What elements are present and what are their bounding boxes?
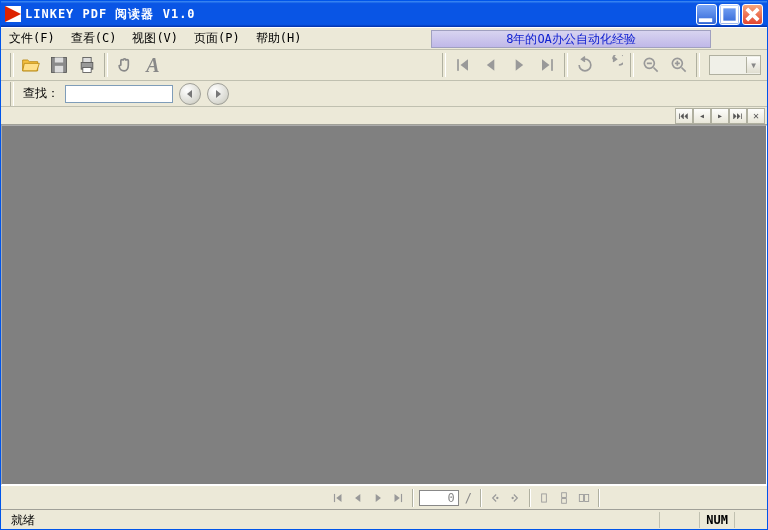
facing-view-button[interactable] <box>574 488 594 508</box>
svg-rect-3 <box>55 58 63 63</box>
nav-forward-button[interactable] <box>505 488 525 508</box>
nav-last-button[interactable] <box>388 488 408 508</box>
find-bar: 查找： <box>1 81 767 107</box>
find-next-button[interactable] <box>207 83 229 105</box>
first-page-button[interactable] <box>449 51 477 79</box>
svg-rect-16 <box>542 493 547 501</box>
tab-strip: ⏮ ◂ ▸ ⏭ ✕ <box>1 107 767 125</box>
nav-prev-button[interactable] <box>348 488 368 508</box>
nav-back-button[interactable] <box>485 488 505 508</box>
hand-tool-button[interactable] <box>111 51 139 79</box>
single-page-view-button[interactable] <box>534 488 554 508</box>
svg-rect-20 <box>585 494 589 501</box>
open-button[interactable] <box>17 51 45 79</box>
tab-prev-button[interactable]: ◂ <box>693 108 711 124</box>
tab-next-button[interactable]: ▸ <box>711 108 729 124</box>
svg-rect-13 <box>401 493 402 501</box>
menu-help[interactable]: 帮助(H) <box>248 27 310 50</box>
svg-rect-18 <box>562 498 567 503</box>
text-select-button[interactable]: A <box>139 51 167 79</box>
minimize-button[interactable] <box>696 4 717 25</box>
last-page-button[interactable] <box>533 51 561 79</box>
svg-rect-8 <box>457 59 459 71</box>
menu-file[interactable]: 文件(F) <box>1 27 63 50</box>
svg-point-15 <box>512 497 513 498</box>
status-bar: 就绪 NUM <box>1 509 767 529</box>
zoom-combo[interactable]: ▾ <box>709 55 761 75</box>
tab-last-button[interactable]: ⏭ <box>729 108 747 124</box>
status-pane <box>660 512 700 528</box>
svg-point-14 <box>497 497 498 498</box>
continuous-view-button[interactable] <box>554 488 574 508</box>
rotate-ccw-button[interactable] <box>571 51 599 79</box>
menu-view[interactable]: 查看(C) <box>63 27 125 50</box>
dropdown-icon: ▾ <box>746 57 760 73</box>
save-button[interactable] <box>45 51 73 79</box>
banner-ad[interactable]: 8年的OA办公自动化经验 <box>431 30 711 48</box>
svg-rect-6 <box>83 58 91 63</box>
nav-first-button[interactable] <box>328 488 348 508</box>
status-num: NUM <box>700 512 735 528</box>
menu-view2[interactable]: 视图(V) <box>124 27 186 50</box>
document-viewer[interactable] <box>1 125 767 485</box>
bottom-toolbar: 0 / <box>1 485 767 509</box>
svg-rect-7 <box>83 68 91 73</box>
svg-rect-4 <box>55 66 63 73</box>
maximize-button[interactable] <box>719 4 740 25</box>
next-page-button[interactable] <box>505 51 533 79</box>
tab-first-button[interactable]: ⏮ <box>675 108 693 124</box>
rotate-cw-button[interactable] <box>599 51 627 79</box>
svg-rect-19 <box>579 494 583 501</box>
title-bar: LINKEY PDF 阅读器 V1.0 <box>1 1 767 27</box>
zoom-out-button[interactable] <box>637 51 665 79</box>
print-button[interactable] <box>73 51 101 79</box>
page-total-label: / <box>465 491 472 505</box>
menu-page[interactable]: 页面(P) <box>186 27 248 50</box>
svg-rect-12 <box>334 493 335 501</box>
svg-rect-9 <box>551 59 553 71</box>
status-ready: 就绪 <box>5 512 660 528</box>
app-logo-icon <box>5 6 21 22</box>
page-number-input[interactable]: 0 <box>419 490 459 506</box>
status-pane-2 <box>735 512 763 528</box>
svg-rect-17 <box>562 492 567 497</box>
menu-bar: 文件(F) 查看(C) 视图(V) 页面(P) 帮助(H) 8年的OA办公自动化… <box>1 27 767 49</box>
tab-close-button[interactable]: ✕ <box>747 108 765 124</box>
window-title: LINKEY PDF 阅读器 V1.0 <box>25 6 696 23</box>
find-input[interactable] <box>65 85 173 103</box>
find-label: 查找： <box>23 85 59 102</box>
svg-rect-1 <box>722 6 737 21</box>
text-a-icon: A <box>146 54 159 77</box>
svg-rect-0 <box>699 18 712 22</box>
find-prev-button[interactable] <box>179 83 201 105</box>
prev-page-button[interactable] <box>477 51 505 79</box>
zoom-in-button[interactable] <box>665 51 693 79</box>
main-toolbar: A ▾ <box>1 49 767 81</box>
close-button[interactable] <box>742 4 763 25</box>
nav-next-button[interactable] <box>368 488 388 508</box>
